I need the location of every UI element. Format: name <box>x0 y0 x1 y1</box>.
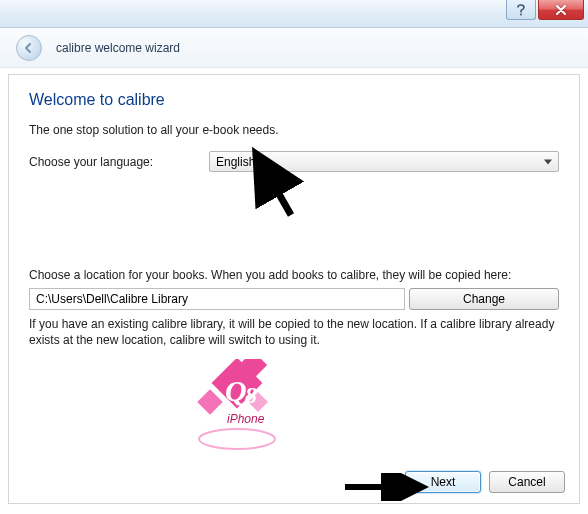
wizard-buttons: Next Cancel <box>405 471 565 493</box>
watermark-logo: Q 8 iPhone <box>157 359 317 459</box>
titlebar <box>0 0 588 28</box>
location-description: Choose a location for your books. When y… <box>29 268 559 282</box>
svg-text:Q: Q <box>225 374 247 407</box>
titlebar-buttons <box>506 0 588 20</box>
tagline: The one stop solution to all your e-book… <box>29 123 559 137</box>
library-path-input[interactable] <box>29 288 405 310</box>
language-dropdown[interactable]: English <box>209 151 559 172</box>
close-icon <box>555 5 567 15</box>
change-button[interactable]: Change <box>409 288 559 310</box>
help-icon <box>516 4 526 16</box>
language-label: Choose your language: <box>29 155 209 169</box>
page-heading: Welcome to calibre <box>29 91 559 109</box>
svg-text:iPhone: iPhone <box>227 412 265 426</box>
svg-text:8: 8 <box>245 382 257 408</box>
language-selected: English <box>216 155 255 169</box>
location-row: Change <box>29 288 559 310</box>
wizard-content: Welcome to calibre The one stop solution… <box>8 74 580 504</box>
header: calibre welcome wizard <box>0 28 588 68</box>
close-button[interactable] <box>538 0 584 20</box>
help-button[interactable] <box>506 0 536 20</box>
back-arrow-icon <box>23 42 35 54</box>
svg-rect-4 <box>248 392 268 412</box>
location-info: If you have an existing calibre library,… <box>29 316 559 348</box>
svg-rect-1 <box>212 359 263 408</box>
svg-point-0 <box>520 13 522 15</box>
language-row: Choose your language: English <box>29 151 559 172</box>
svg-rect-3 <box>197 389 222 414</box>
next-button[interactable]: Next <box>405 471 481 493</box>
cancel-button[interactable]: Cancel <box>489 471 565 493</box>
back-button[interactable] <box>16 35 42 61</box>
window-title: calibre welcome wizard <box>56 41 180 55</box>
svg-point-8 <box>199 429 275 449</box>
svg-rect-2 <box>239 359 267 379</box>
